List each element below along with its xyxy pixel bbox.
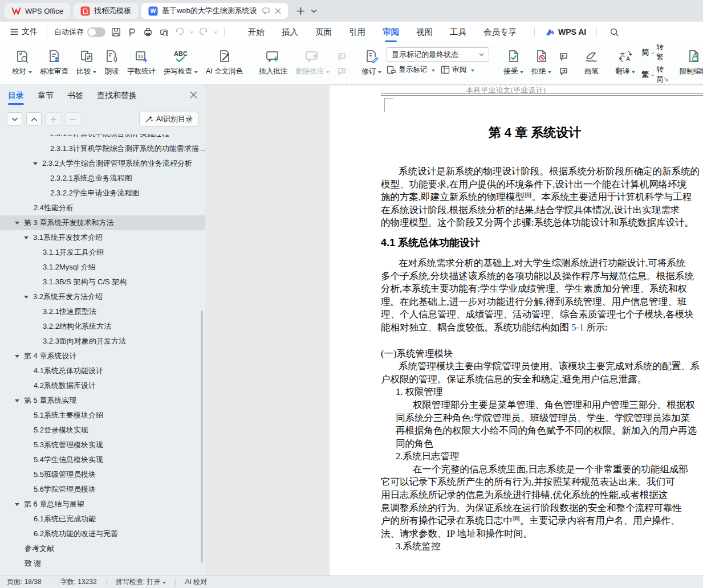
delete-comment-button[interactable]: 删除批注 bbox=[291, 45, 334, 82]
collapse-all-button[interactable] bbox=[26, 112, 42, 126]
tab-find-replace[interactable]: 查找和替换 bbox=[97, 87, 137, 104]
menu-tab-开始[interactable]: 开始 bbox=[248, 23, 265, 41]
expand-triangle-icon[interactable] bbox=[24, 296, 29, 299]
toc-item[interactable]: 5.4学生信息模块实现 bbox=[0, 452, 205, 467]
toc-item[interactable]: 2.3.2.2学生申请业务流程图 bbox=[0, 186, 205, 201]
toc-item[interactable]: 3.1.3B/S 架构与 C/S 架构 bbox=[0, 275, 205, 289]
menu-tab-工具[interactable]: 工具 bbox=[450, 23, 466, 41]
expand-all-button[interactable] bbox=[7, 112, 22, 126]
toc-item[interactable]: 5.3系统管理模块实现 bbox=[0, 438, 205, 452]
markup-state-select[interactable]: 显示标记的最终状态 bbox=[387, 47, 489, 62]
toc-scrollbar[interactable] bbox=[201, 311, 203, 563]
menu-tab-审阅[interactable]: 审阅 bbox=[383, 23, 399, 41]
review-pane-button[interactable]: 审阅 bbox=[441, 65, 474, 75]
tab-wps-office[interactable]: WPS Office bbox=[5, 3, 70, 19]
page-indicator[interactable]: 页面: 18/38 bbox=[7, 577, 42, 587]
menu-tab-引用[interactable]: 引用 bbox=[349, 23, 365, 41]
ink-brush-button[interactable]: 画笔 bbox=[579, 45, 603, 82]
toc-item[interactable]: 3.2.3面向对象的开发方法 bbox=[0, 334, 205, 349]
expand-triangle-icon[interactable] bbox=[33, 162, 38, 165]
accept-change-button[interactable]: 接受 bbox=[499, 45, 527, 82]
toc-item[interactable]: 6.2系统功能的改进与完善 bbox=[0, 526, 205, 541]
track-changes-button[interactable]: 修订 bbox=[357, 45, 385, 82]
tab-chapters[interactable]: 章节 bbox=[38, 87, 54, 104]
autosave-toggle[interactable] bbox=[87, 27, 105, 37]
previous-change-button[interactable] bbox=[558, 51, 569, 62]
translate-button[interactable]: 文A 翻译 bbox=[611, 45, 639, 82]
expand-triangle-icon[interactable] bbox=[15, 399, 19, 402]
toc-item[interactable]: 3.1系统开发技术介绍 bbox=[0, 230, 205, 245]
tab-docer-templates[interactable]: 找稻壳模板 bbox=[74, 3, 138, 19]
expand-triangle-icon[interactable] bbox=[15, 222, 19, 224]
reject-change-button[interactable]: 拒绝 bbox=[527, 45, 555, 82]
toc-item[interactable]: 3.2.1快速原型法 bbox=[0, 304, 205, 319]
expand-triangle-icon[interactable] bbox=[15, 503, 19, 506]
compare-button[interactable]: 比较 bbox=[72, 45, 100, 82]
simplified-to-traditional-button[interactable]: 简 转繁 bbox=[641, 43, 665, 62]
menu-tab-页面[interactable]: 页面 bbox=[315, 23, 332, 41]
menu-tab-会员专享[interactable]: 会员专享 bbox=[483, 23, 517, 41]
toc-item[interactable]: 2.3.1.2计算机学院综合测评实施过程 bbox=[0, 134, 205, 141]
toc-item[interactable]: 第 3 章系统开发技术和方法 bbox=[0, 215, 205, 230]
toc-item[interactable]: 第 6 章总结与展望 bbox=[0, 497, 205, 512]
restrict-editing-button[interactable]: 限制编辑 bbox=[676, 45, 703, 82]
insert-comment-button[interactable]: 插入批注 bbox=[255, 45, 291, 82]
toc-item[interactable]: 2.3.2.1系统总业务流程图 bbox=[0, 171, 205, 186]
expand-triangle-icon[interactable] bbox=[24, 236, 29, 239]
toc-item[interactable]: 3.1.1开发工具介绍 bbox=[0, 245, 205, 260]
toc-item[interactable]: 3.2系统开发方法介绍 bbox=[0, 289, 205, 304]
expand-triangle-icon[interactable] bbox=[15, 355, 19, 358]
next-comment-button[interactable] bbox=[336, 66, 347, 76]
proofread-button[interactable]: 校对 bbox=[8, 45, 36, 82]
save-button[interactable] bbox=[108, 24, 124, 39]
toc-item[interactable]: 6.1系统已完成功能 bbox=[0, 512, 205, 526]
zoom-out-toc-button[interactable] bbox=[65, 112, 80, 126]
tab-comment-icon[interactable] bbox=[262, 7, 270, 14]
undo-dropdown[interactable] bbox=[188, 24, 196, 39]
tab-close-icon[interactable] bbox=[275, 8, 281, 14]
toc-item[interactable]: 致 谢 bbox=[0, 556, 205, 571]
spell-check-button[interactable]: ABC 拼写检查 bbox=[160, 45, 202, 82]
toc-item[interactable]: 2.4性能分析 bbox=[0, 201, 205, 215]
toc-item[interactable]: 参考文献 bbox=[0, 541, 205, 556]
toc-item[interactable]: 3.2.2结构化系统方法 bbox=[0, 319, 205, 334]
ai-proofread-button[interactable]: AI 校对 bbox=[185, 577, 207, 587]
redo-button[interactable] bbox=[196, 24, 212, 39]
word-count-indicator[interactable]: 字数: 13232 bbox=[60, 577, 97, 587]
toc-item[interactable]: 第 4 章系统设计 bbox=[0, 349, 205, 364]
autosave-control[interactable]: 自动保存 bbox=[52, 27, 108, 37]
tab-bookmarks[interactable]: 书签 bbox=[67, 87, 83, 104]
document-page[interactable]: 本科毕业论文(毕业设计) 第 4 章 系统设计 系统设计是新系统的物理设计阶段。… bbox=[330, 85, 703, 575]
print-preview-button[interactable] bbox=[156, 24, 172, 39]
spell-check-status[interactable]: 拼写检查: 打开 bbox=[116, 577, 166, 587]
wps-ai-button[interactable]: WPS AI bbox=[545, 27, 586, 36]
standard-review-button[interactable]: 标准审查 bbox=[36, 45, 72, 82]
tab-toc[interactable]: 目录 bbox=[8, 87, 24, 104]
toc-item[interactable]: 5.2登录模块实现 bbox=[0, 423, 205, 438]
word-count-button[interactable]: 12 字数统计 bbox=[123, 45, 160, 82]
toc-item[interactable]: 第 5 章系统实现 bbox=[0, 393, 205, 408]
language-dialog-launcher[interactable] bbox=[664, 77, 669, 82]
toc-item[interactable]: 3.1.2Mysql 介绍 bbox=[0, 260, 205, 275]
read-aloud-button[interactable]: 朗读 bbox=[100, 45, 123, 82]
tab-document-active[interactable]: W 基于web的大学生综测系统设 bbox=[141, 3, 288, 19]
menu-tab-视图[interactable]: 视图 bbox=[416, 23, 433, 41]
file-menu[interactable]: 文件 bbox=[6, 27, 42, 37]
redo-dropdown[interactable] bbox=[212, 24, 220, 39]
close-pane-icon[interactable] bbox=[190, 91, 197, 99]
traditional-to-simplified-button[interactable]: 繁 转简 bbox=[641, 65, 665, 84]
toc-item[interactable]: 2.3.1.3计算机学院综合测评系统的功能需求描 ... bbox=[0, 141, 205, 156]
ai-recognize-toc-button[interactable]: AI识别目录 bbox=[139, 112, 198, 126]
export-pdf-button[interactable] bbox=[124, 24, 140, 39]
tab-list-dropdown[interactable] bbox=[308, 3, 320, 18]
zoom-in-toc-button[interactable] bbox=[46, 112, 61, 126]
new-tab-button[interactable] bbox=[294, 3, 308, 18]
show-markup-button[interactable]: 显示标记 bbox=[387, 65, 435, 75]
toc-item[interactable]: 4.2系统数据库设计 bbox=[0, 378, 205, 393]
document-body[interactable]: 第 4 章 系统设计 系统设计是新系统的物理设计阶段。根据系统分析阶段所确定的新… bbox=[330, 85, 703, 553]
toc-item[interactable]: 5.5班级管理员模块 bbox=[0, 467, 205, 482]
menu-tab-插入[interactable]: 插入 bbox=[282, 23, 298, 41]
search-icon[interactable] bbox=[609, 27, 619, 37]
ai-polish-button[interactable]: AI 全文润色 bbox=[202, 45, 247, 82]
toc-item[interactable]: 4.1系统总体功能设计 bbox=[0, 364, 205, 378]
